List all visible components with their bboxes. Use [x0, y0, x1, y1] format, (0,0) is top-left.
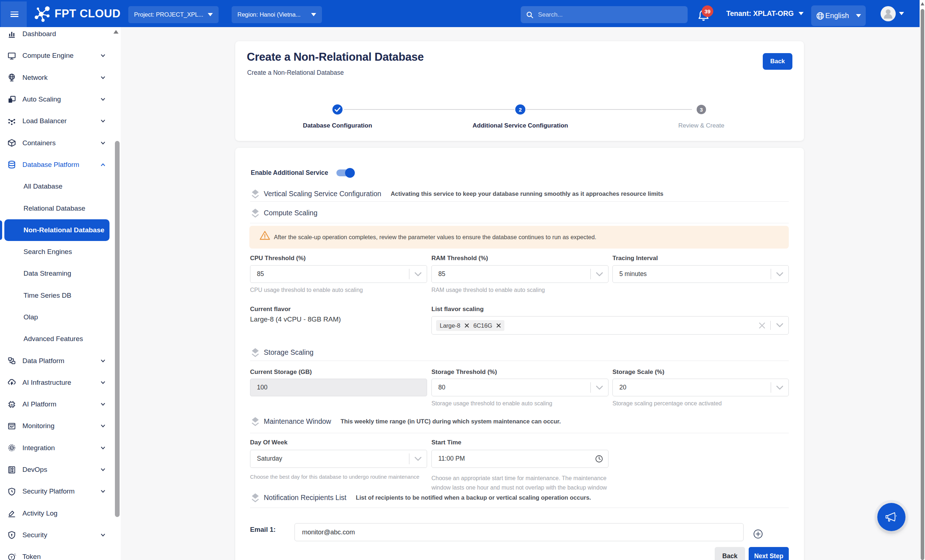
sidebar-item-ai-platform[interactable]: AI AI Platform — [0, 393, 115, 415]
storage-threshold-helper: Storage usage threshold to enable auto s… — [431, 400, 609, 407]
cpu-threshold-select[interactable]: 85 — [250, 265, 427, 283]
check-icon — [334, 107, 340, 112]
security-icon — [7, 530, 16, 539]
sidebar-item-activity-log[interactable]: Activity Log — [0, 503, 115, 524]
sidebar-item-devops[interactable]: DevOps — [0, 459, 115, 480]
tracing-interval-label: Tracing Interval — [612, 255, 789, 262]
sidebar-item-data-platform[interactable]: Data Platform — [0, 350, 115, 372]
hamburger-icon — [11, 14, 18, 15]
sidebar-item-olap[interactable]: Olap — [0, 306, 115, 328]
storage-threshold-select[interactable]: 80 — [431, 379, 609, 396]
tracing-interval-select[interactable]: 5 minutes — [612, 265, 789, 283]
ram-threshold-label: RAM Threshold (%) — [431, 255, 609, 262]
clear-all-icon[interactable] — [758, 322, 766, 330]
chevron-down-icon — [101, 119, 105, 123]
step-2-label: Additional Service Configuration — [473, 122, 568, 129]
chevron-down-icon — [595, 272, 603, 277]
announcements-fab[interactable] — [877, 503, 905, 531]
search-input[interactable] — [538, 11, 682, 18]
sidebar-item-auto-scaling[interactable]: Auto Scaling — [0, 89, 115, 110]
scroll-up-arrow[interactable] — [920, 2, 924, 5]
svg-text:AI: AI — [11, 403, 13, 406]
sidebar-item-integration[interactable]: API Integration — [0, 437, 115, 459]
layers-icon — [252, 208, 259, 218]
sidebar-item-load-balancer[interactable]: Load Balancer — [0, 110, 115, 132]
tenant-dropdown[interactable]: Tenant: XPLAT-ORG — [726, 0, 804, 27]
step-connector — [344, 109, 515, 110]
storage-scale-select[interactable]: 20 — [612, 379, 789, 396]
chevron-up-icon — [101, 162, 105, 167]
region-dropdown[interactable]: Region: Hanoi (Vietna... — [232, 6, 322, 23]
user-menu[interactable] — [881, 0, 904, 27]
user-icon — [881, 6, 896, 21]
page-scrollbar[interactable] — [920, 0, 925, 560]
sidebar-item-time-series-db[interactable]: Time Series DB — [0, 285, 115, 306]
warning-text: After the scale-up operation completes, … — [274, 234, 596, 241]
sidebar-scroll-up-arrow[interactable] — [113, 30, 119, 34]
day-of-week-select[interactable]: Saturday — [250, 450, 427, 468]
current-flavor-value: Large-8 (4 vCPU - 8GB RAM) — [250, 315, 427, 324]
sidebar-item-relational-database[interactable]: Relational Database — [0, 197, 115, 219]
start-time-input[interactable]: 11:00 PM — [431, 450, 609, 468]
section-title: Storage Scaling — [264, 348, 313, 357]
enable-additional-service-toggle[interactable] — [336, 169, 354, 176]
section-description: Activating this service to keep your dat… — [390, 190, 663, 197]
section-title: Notification Recipients List — [264, 494, 346, 502]
sidebar-item-ai-infrastructure[interactable]: AI Infrastructure — [0, 372, 115, 393]
sidebar-item-token[interactable]: T Token — [0, 546, 115, 560]
chevron-down-icon — [311, 13, 316, 16]
sidebar-item-compute-engine[interactable]: Compute Engine — [0, 45, 115, 66]
sidebar-scrollbar[interactable] — [115, 141, 120, 517]
start-time-label: Start Time — [431, 439, 609, 446]
current-storage-input: 100 — [250, 379, 427, 396]
email-1-input[interactable] — [294, 523, 744, 541]
back-button-bottom[interactable]: Back — [715, 547, 745, 560]
remove-tag-icon[interactable] — [496, 324, 501, 328]
sidebar-item-security-platform[interactable]: Security Platform — [0, 480, 115, 502]
sidebar-item-security[interactable]: Security — [0, 524, 115, 546]
section-description: This weekly time range (in UTC) during w… — [340, 418, 561, 425]
language-dropdown[interactable]: English — [811, 5, 866, 26]
sidebar-item-advanced-features[interactable]: Advanced Features — [0, 328, 115, 350]
storage-scale-helper: Storage scaling percentage once activate… — [612, 400, 789, 407]
sidebar-item-network[interactable]: Network — [0, 67, 115, 89]
project-dropdown[interactable]: Project: PROJECT_XPL... — [128, 6, 218, 23]
sidebar-item-dashboard[interactable]: Dashboard — [0, 27, 115, 45]
layers-icon — [252, 417, 259, 426]
ram-threshold-select[interactable]: 85 — [431, 265, 609, 283]
sidebar-item-all-database[interactable]: All Database — [0, 176, 115, 197]
current-flavor-label: Current flavor — [250, 306, 427, 313]
chevron-down-icon — [776, 323, 784, 328]
sidebar-item-database-platform[interactable]: Database Platform — [0, 154, 115, 176]
data-platform-icon — [7, 356, 16, 365]
chevron-down-icon — [101, 489, 105, 494]
layers-icon — [252, 493, 259, 503]
toggle-knob — [345, 168, 355, 178]
notifications-button[interactable]: 39 — [698, 5, 715, 23]
remove-tag-icon[interactable] — [465, 324, 469, 328]
scrollbar-thumb[interactable] — [920, 9, 924, 560]
chevron-down-icon — [101, 97, 105, 102]
sidebar-item-monitoring[interactable]: Monitoring — [0, 415, 115, 437]
storage-threshold-label: Storage Threshold (%) — [431, 369, 609, 376]
sidebar-item-containers[interactable]: Containers — [0, 132, 115, 154]
chevron-down-icon — [208, 13, 213, 16]
sidebar-item-non-relational-database[interactable]: Non-Relational Database — [0, 219, 115, 241]
chevron-down-icon — [595, 385, 603, 390]
devops-icon — [7, 465, 16, 474]
network-icon — [7, 73, 16, 82]
ram-threshold-helper: RAM usage threshold to enable auto scali… — [431, 287, 609, 294]
add-email-button[interactable] — [753, 529, 763, 539]
sidebar-item-data-streaming[interactable]: Data Streaming — [0, 263, 115, 285]
back-button-top[interactable]: Back — [763, 53, 792, 70]
email-1-label: Email 1: — [250, 526, 276, 534]
section-compute-scaling: Compute Scaling — [252, 208, 318, 218]
list-flavor-scaling-label: List flavor scaling — [431, 306, 609, 313]
main-content: Create a Non-Relational Database Create … — [122, 27, 925, 560]
sidebar-toggle-button[interactable] — [1, 2, 27, 27]
sidebar-item-search-engines[interactable]: Search Engines — [0, 241, 115, 263]
monitoring-icon — [7, 422, 16, 431]
next-step-button[interactable]: Next Step — [749, 547, 789, 560]
cpu-threshold-helper: CPU usage threshold to enable auto scali… — [250, 287, 427, 294]
list-flavor-scaling-select[interactable]: Large-8 6C16G — [431, 316, 789, 334]
